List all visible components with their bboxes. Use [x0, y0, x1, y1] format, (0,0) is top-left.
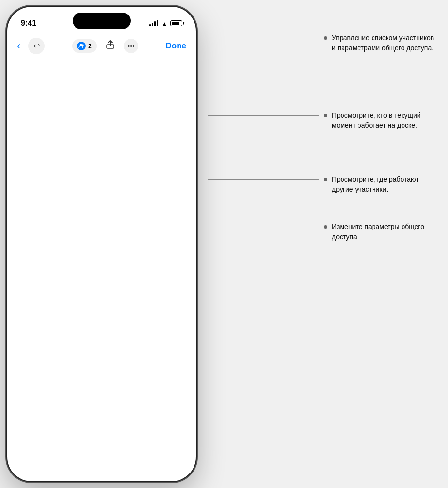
- phone-frame: 9:41 ▲ ‹ ↩: [0, 0, 203, 488]
- status-time: 9:41: [21, 19, 36, 28]
- annotation-4: Измените параметры общего доступа.: [208, 222, 438, 242]
- battery-icon: [170, 20, 182, 26]
- annotation-text-4: Измените параметры общего доступа.: [332, 222, 438, 242]
- annotation-dot-4: [324, 225, 327, 229]
- annotation-line-1: [208, 38, 319, 38]
- annotation-line-2: [208, 115, 319, 116]
- annotations-area: Управление списком участников и параметр…: [203, 0, 448, 488]
- annotation-dot-2: [324, 114, 327, 117]
- collab-count: 2: [88, 42, 92, 50]
- annotation-1: Управление списком участников и параметр…: [208, 33, 438, 53]
- annotation-dot-1: [324, 36, 327, 40]
- annotation-text-1: Управление списком участников и параметр…: [332, 33, 438, 53]
- annotation-2: Просмотрите, кто в текущий момент работа…: [208, 110, 438, 131]
- undo-button[interactable]: ↩: [28, 38, 45, 54]
- dynamic-island: [73, 13, 131, 29]
- annotation-line-4: [208, 227, 319, 227]
- status-icons: ▲: [149, 20, 182, 27]
- annotation-line-3: [208, 179, 319, 180]
- annotation-dot-3: [324, 178, 327, 181]
- collab-icon: [77, 42, 86, 50]
- share-button[interactable]: [105, 40, 115, 52]
- annotation-3: Просмотрите, где работают другие участни…: [208, 174, 438, 195]
- annotation-text-3: Просмотрите, где работают другие участни…: [332, 174, 438, 195]
- wifi-icon: ▲: [161, 20, 167, 27]
- annotation-text-2: Просмотрите, кто в текущий момент работа…: [332, 110, 438, 131]
- svg-point-1: [82, 44, 84, 46]
- signal-icon: [149, 20, 158, 26]
- back-button[interactable]: ‹: [17, 40, 20, 52]
- collaborators-button[interactable]: 2: [72, 39, 97, 53]
- main-toolbar: ‹ ↩ 2: [7, 33, 196, 59]
- more-button[interactable]: •••: [124, 39, 138, 53]
- done-button[interactable]: Done: [166, 41, 187, 51]
